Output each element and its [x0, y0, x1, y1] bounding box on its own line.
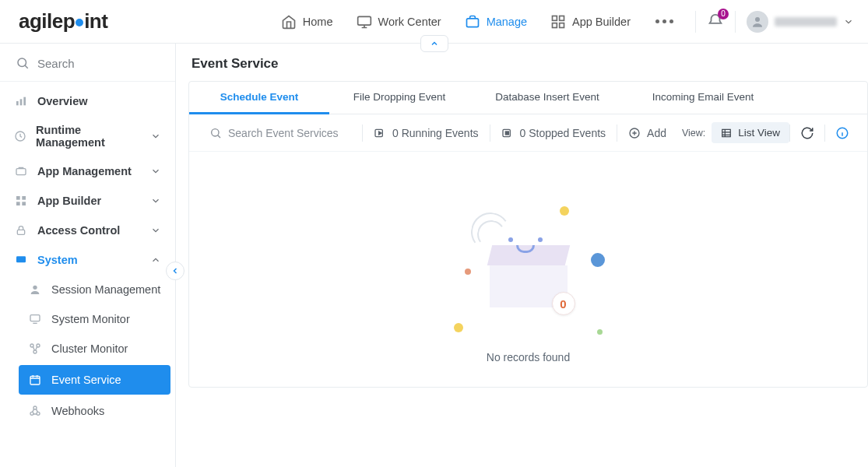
sidebar-item-system-monitor[interactable]: System Monitor	[14, 304, 175, 334]
sidebar-item-cluster-monitor[interactable]: Cluster Monitor	[14, 334, 175, 363]
sidebar-label: Session Management	[51, 283, 160, 296]
chevron-down-icon	[150, 225, 161, 236]
sidebar-label: Access Control	[37, 224, 120, 237]
divider	[789, 125, 790, 142]
refresh-button[interactable]	[799, 125, 815, 141]
home-icon	[281, 14, 297, 30]
system-icon	[14, 253, 28, 267]
tab-label: Schedule Event	[220, 91, 299, 103]
calendar-icon	[28, 373, 42, 387]
sidebar-label: Webhooks	[51, 405, 104, 417]
briefcase2-icon	[14, 164, 28, 178]
svg-point-6	[755, 17, 760, 22]
svg-point-19	[33, 286, 37, 290]
lock-icon	[14, 223, 28, 237]
brand-text-1: agilep	[19, 9, 75, 33]
sidebar-label: App Management	[37, 165, 132, 177]
sidebar-label: Cluster Monitor	[51, 342, 128, 355]
sidebar-item-app-management[interactable]: App Management	[0, 156, 175, 186]
nav-app-builder[interactable]: App Builder	[547, 9, 634, 34]
empty-illustration: 0	[443, 206, 614, 346]
sidebar-item-access-control[interactable]: Access Control	[0, 216, 175, 245]
chevron-down-icon	[843, 16, 854, 27]
nav-manage[interactable]: Manage	[462, 9, 530, 34]
chevron-down-icon	[150, 166, 161, 177]
refresh-icon	[800, 126, 814, 140]
notification-badge: 0	[718, 9, 729, 19]
sidebar-item-webhooks[interactable]: Webhooks	[14, 396, 175, 426]
chevron-down-icon	[150, 195, 161, 206]
svg-rect-5	[560, 23, 564, 27]
brand-logo[interactable]: agilep int	[19, 9, 107, 33]
sidebar-item-system[interactable]: System	[0, 245, 175, 275]
tab-label: Incoming Email Event	[652, 91, 754, 103]
info-button[interactable]	[835, 125, 850, 141]
username	[775, 17, 837, 26]
nav-label: Work Center	[378, 16, 441, 28]
avatar-icon	[747, 11, 768, 33]
add-button[interactable]: Add	[617, 127, 677, 139]
brand-text-2: int	[84, 9, 107, 33]
user-icon	[28, 283, 42, 297]
view-mode-toggle[interactable]: List View	[712, 122, 789, 143]
stopped-events-button[interactable]: 0 Stopped Events	[490, 127, 617, 139]
svg-point-28	[212, 128, 219, 135]
stopped-events-label: 0 Stopped Events	[520, 127, 606, 139]
header-collapse-button[interactable]	[420, 35, 448, 52]
cluster-icon	[28, 342, 42, 356]
empty-message: No records found	[487, 351, 570, 363]
sidebar-label: Runtime Management	[36, 124, 141, 149]
sidebar-item-session-management[interactable]: Session Management	[14, 275, 175, 304]
svg-rect-4	[553, 23, 557, 27]
sidebar-item-overview[interactable]: Overview	[0, 86, 175, 116]
svg-point-26	[37, 412, 40, 415]
divider	[824, 125, 825, 142]
divider	[735, 11, 736, 33]
nav-home[interactable]: Home	[278, 9, 336, 34]
sidebar-label: System	[37, 254, 78, 266]
nav-label: App Builder	[572, 16, 631, 28]
notifications-button[interactable]: 0	[707, 13, 724, 30]
divider	[0, 81, 175, 82]
search-icon	[209, 127, 222, 139]
empty-count-badge: 0	[552, 292, 575, 315]
sidebar-collapse-button[interactable]	[166, 262, 184, 280]
plus-circle-icon	[628, 127, 641, 139]
add-label: Add	[647, 127, 666, 139]
tab-label: File Dropping Event	[353, 91, 446, 103]
sidebar-item-event-service[interactable]: Event Service	[19, 365, 170, 395]
user-menu[interactable]	[747, 11, 854, 33]
tab-file-dropping-event[interactable]: File Dropping Event	[329, 82, 469, 114]
svg-rect-3	[560, 16, 564, 20]
svg-rect-20	[30, 315, 40, 321]
svg-rect-14	[22, 196, 26, 200]
svg-point-7	[18, 58, 26, 67]
sidebar-item-app-builder[interactable]: App Builder	[0, 186, 175, 216]
sidebar-item-runtime-management[interactable]: Runtime Management	[0, 116, 175, 156]
sidebar-search[interactable]: Search	[0, 44, 175, 81]
toolbar-search-placeholder: Search Event Services	[228, 127, 339, 139]
running-icon	[374, 127, 386, 139]
info-icon	[835, 126, 849, 140]
stopped-icon	[501, 127, 514, 139]
webhook-icon	[28, 404, 42, 418]
svg-rect-17	[17, 230, 24, 234]
svg-rect-31	[505, 132, 508, 135]
nav-more-button[interactable]	[651, 19, 678, 23]
sidebar-label: Overview	[37, 95, 88, 107]
chevron-down-icon	[150, 131, 161, 142]
tab-incoming-email-event[interactable]: Incoming Email Event	[625, 82, 781, 114]
svg-rect-13	[16, 196, 20, 200]
running-events-button[interactable]: 0 Running Events	[363, 127, 490, 139]
running-events-label: 0 Running Events	[392, 127, 479, 139]
tab-schedule-event[interactable]: Schedule Event	[189, 82, 329, 114]
chevron-up-icon	[150, 255, 161, 265]
svg-rect-0	[357, 16, 371, 25]
svg-rect-8	[16, 101, 19, 105]
nav-work-center[interactable]: Work Center	[353, 9, 445, 34]
briefcase-icon	[465, 14, 480, 30]
view-label: View:	[682, 128, 712, 139]
clock-icon	[14, 129, 26, 143]
toolbar-search[interactable]: Search Event Services	[199, 127, 362, 139]
tab-database-insert-event[interactable]: Database Insert Event	[469, 82, 625, 114]
